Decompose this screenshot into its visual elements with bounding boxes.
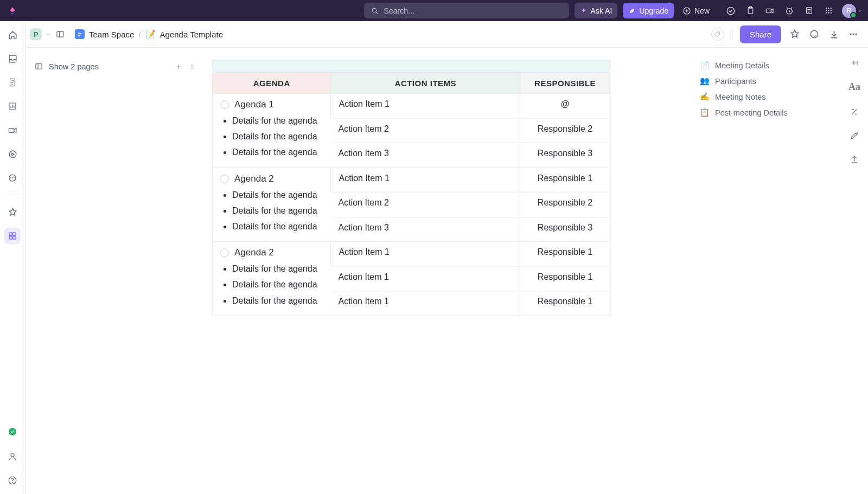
clipboard-icon[interactable]: [745, 6, 755, 16]
agenda-cell[interactable]: Agenda 2Details for the agen­daDetails f…: [213, 168, 330, 242]
avatar: R: [842, 4, 856, 18]
agenda-detail[interactable]: Details for the agen­da: [232, 130, 323, 143]
star-icon[interactable]: [789, 28, 801, 40]
add-page-icon[interactable]: [175, 63, 182, 70]
app-logo-icon[interactable]: [8, 6, 17, 16]
agenda-title[interactable]: Agenda 2: [234, 174, 274, 184]
show-pages-label[interactable]: Show 2 pages: [49, 62, 99, 71]
action-item-cell[interactable]: Action Item 1: [330, 168, 520, 193]
help-icon[interactable]: [4, 472, 21, 489]
agenda-title[interactable]: Agenda 2: [234, 247, 274, 258]
dashboard-icon[interactable]: [4, 98, 21, 114]
breadcrumb-space[interactable]: Team Space: [89, 30, 134, 39]
video-icon[interactable]: [765, 6, 775, 16]
space-icon: [75, 29, 85, 39]
spaces-icon[interactable]: [4, 228, 21, 244]
outline-item[interactable]: 👥Participants: [700, 73, 841, 89]
more-options-icon[interactable]: [847, 28, 859, 40]
chevron-down-icon[interactable]: [45, 31, 51, 37]
check-circle-icon[interactable]: [726, 6, 736, 16]
col-actions[interactable]: ACTION ITEMS: [330, 73, 520, 93]
outline-item[interactable]: ✍️Meeting Notes: [700, 89, 841, 105]
notepad-icon[interactable]: [804, 6, 814, 16]
agenda-detail[interactable]: Details for the agen­da: [232, 189, 323, 201]
workspace-chip[interactable]: P: [30, 28, 42, 40]
agenda-title[interactable]: Agenda 1: [234, 99, 274, 110]
more-icon[interactable]: [4, 170, 21, 186]
action-item-cell[interactable]: Action Item 3: [330, 217, 520, 242]
invite-icon[interactable]: [4, 448, 21, 465]
favorites-icon[interactable]: [4, 204, 21, 220]
action-item-cell[interactable]: Action Item 1: [330, 291, 520, 316]
action-item-cell[interactable]: Action Item 2: [330, 118, 520, 143]
upgrade-button[interactable]: Upgrade: [623, 3, 674, 18]
radio-icon[interactable]: [220, 100, 229, 109]
agenda-detail[interactable]: Details for the agen­da: [232, 278, 323, 291]
action-item-cell[interactable]: Action Item 1: [330, 93, 520, 118]
collapse-icon[interactable]: [849, 59, 860, 67]
svg-point-44: [191, 65, 192, 66]
agenda-detail[interactable]: Details for the agen­da: [232, 262, 323, 275]
docs-icon[interactable]: [4, 74, 21, 91]
agenda-detail[interactable]: Details for the agen­da: [232, 220, 323, 233]
svg-point-17: [830, 12, 831, 14]
responsible-cell[interactable]: Responsible 3: [520, 217, 610, 242]
drag-handle-icon[interactable]: [189, 63, 195, 70]
responsible-cell[interactable]: Responsible 1: [520, 266, 610, 291]
connect-icon[interactable]: [850, 107, 859, 117]
radio-icon[interactable]: [220, 175, 229, 183]
alarm-icon[interactable]: [784, 6, 794, 16]
breadcrumb-doc[interactable]: Agenda Template: [160, 30, 223, 39]
responsible-cell[interactable]: Responsible 1: [520, 241, 610, 266]
agenda-detail[interactable]: Details for the agen­da: [232, 146, 323, 158]
ai-edit-icon[interactable]: [850, 131, 859, 140]
col-agenda[interactable]: AGENDA: [213, 73, 330, 93]
svg-point-46: [191, 66, 192, 67]
action-item-cell[interactable]: Action Item 1: [330, 266, 520, 291]
status-online-icon[interactable]: [9, 428, 16, 435]
sidebar-toggle-icon[interactable]: [55, 29, 65, 39]
col-responsible[interactable]: RESPONSIBLE: [520, 73, 610, 93]
search-placeholder: Search...: [384, 7, 414, 15]
agenda-detail[interactable]: Details for the agen­da: [232, 114, 323, 127]
document-area[interactable]: Show 2 pages AGENDA ACTION ITEMS: [25, 48, 700, 494]
agenda-detail[interactable]: Details for the agen­da: [232, 294, 323, 307]
breadcrumb-bar: P Team Space / 📝 Agenda Template: [25, 21, 868, 48]
pages-toggle-icon[interactable]: [34, 62, 43, 71]
top-icon-tray: [726, 6, 833, 16]
action-item-cell[interactable]: Action Item 1: [330, 241, 520, 266]
action-item-cell[interactable]: Action Item 3: [330, 143, 520, 168]
new-button[interactable]: New: [679, 3, 713, 18]
agenda-detail[interactable]: Details for the agen­da: [232, 204, 323, 217]
svg-point-40: [853, 34, 854, 35]
clips-icon[interactable]: [4, 122, 21, 138]
tags-button[interactable]: [711, 28, 724, 41]
responsible-cell[interactable]: Responsible 2: [520, 192, 610, 217]
svg-point-23: [10, 177, 11, 178]
apps-grid-icon[interactable]: [824, 6, 833, 16]
typography-icon[interactable]: Aa: [848, 81, 860, 93]
share-button[interactable]: Share: [740, 25, 781, 43]
ask-ai-button[interactable]: Ask AI: [575, 3, 618, 18]
agenda-cell[interactable]: Agenda 1Details for the agen­daDetails f…: [213, 93, 330, 168]
agenda-cell[interactable]: Agenda 2Details for the agen­daDetails f…: [213, 241, 330, 316]
inbox-icon[interactable]: [4, 50, 21, 67]
outline-item[interactable]: 📄Meeting Details: [700, 57, 841, 73]
responsible-cell[interactable]: @: [520, 93, 610, 118]
export-icon[interactable]: [850, 155, 859, 164]
search-input[interactable]: Search...: [364, 3, 569, 18]
profile-menu[interactable]: R: [839, 4, 863, 18]
agenda-table[interactable]: AGENDA ACTION ITEMS RESPONSIBLE Agenda 1…: [212, 73, 610, 316]
download-icon[interactable]: [828, 28, 840, 40]
radio-icon[interactable]: [220, 248, 229, 257]
responsible-cell[interactable]: Responsible 1: [520, 291, 610, 316]
responsible-cell[interactable]: Responsible 1: [520, 168, 610, 193]
timesheet-icon[interactable]: [4, 146, 21, 162]
responsible-cell[interactable]: Responsible 3: [520, 143, 610, 168]
action-item-cell[interactable]: Action Item 2: [330, 192, 520, 217]
home-icon[interactable]: [4, 27, 21, 43]
outline-item[interactable]: 📋Post-meeting Details: [700, 105, 841, 120]
responsible-cell[interactable]: Responsible 2: [520, 118, 610, 143]
svg-point-36: [80, 33, 81, 34]
comments-icon[interactable]: [808, 28, 820, 40]
